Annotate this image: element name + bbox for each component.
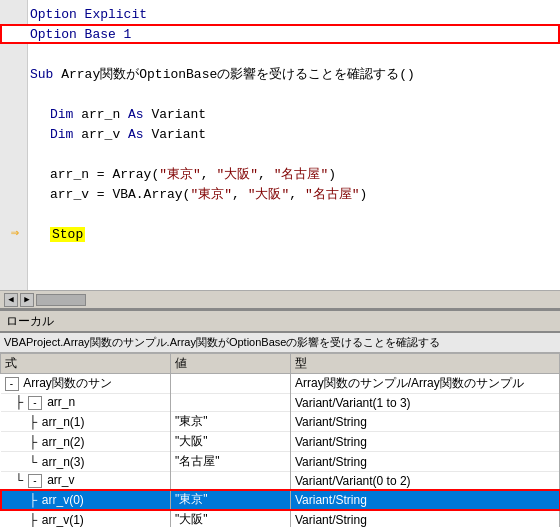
code-line-dim-n: Dim arr_n As Variant (0, 104, 560, 124)
editor-scrollbar[interactable]: ◀ ▶ (0, 290, 560, 308)
sub-keyword: Sub (30, 67, 61, 82)
code-line-stop: ⇒ Stop (0, 224, 560, 244)
col-header-name: 式 (1, 354, 171, 374)
code-line-empty2 (0, 84, 560, 104)
scroll-thumb[interactable] (36, 294, 86, 306)
code-line-arr-n-assign: arr_n = Array("東京", "大阪", "名古屋") (0, 164, 560, 184)
row-type-5: Variant/Variant(0 to 2) (291, 472, 560, 490)
row-label-1: arr_n (47, 395, 75, 409)
row-type-0: Array関数のサンプル/Array関数のサンプル (291, 374, 560, 394)
dim-keyword-n: Dim (50, 107, 81, 122)
tree-line-2: ├ (29, 415, 39, 429)
code-line-empty (0, 44, 560, 64)
row-value-2: "東京" (171, 412, 291, 432)
code-line-arr-v-assign: arr_v = VBA.Array("東京", "大阪", "名古屋") (0, 184, 560, 204)
row-label-2: arr_n(1) (42, 415, 85, 429)
code-text: Option Explicit (30, 7, 147, 22)
row-value-3: "大阪" (171, 432, 291, 452)
row-type-2: Variant/String (291, 412, 560, 432)
row-value-4: "名古屋" (171, 452, 291, 472)
row-value-7: "大阪" (171, 510, 291, 528)
row-name: └ arr_n(3) (1, 452, 171, 472)
row-name: - Array関数のサン (1, 374, 171, 394)
table-row[interactable]: ├ arr_v(1) "大阪" Variant/String (1, 510, 560, 528)
row-label-7: arr_v(1) (42, 513, 84, 527)
tree-line-5: └ (15, 473, 25, 487)
row-value-6: "東京" (171, 490, 291, 510)
stop-keyword: Stop (50, 227, 85, 242)
locals-label-text: ローカル (6, 313, 54, 330)
row-name: ├ arr_n(2) (1, 432, 171, 452)
arr-n-assign: arr_n = Array("東京", "大阪", "名古屋") (50, 165, 336, 183)
row-type-1: Variant/Variant(1 to 3) (291, 394, 560, 412)
locals-header: VBAProject.Array関数のサンプル.Array関数がOptionBa… (0, 333, 560, 353)
table-row[interactable]: ├ arr_n(1) "東京" Variant/String (1, 412, 560, 432)
editor-area: Option Explicit Option Base 1 Sub Array関… (0, 0, 560, 310)
col-header-value: 値 (171, 354, 291, 374)
row-value-1 (171, 394, 291, 412)
table-row[interactable]: ├ arr_n(2) "大阪" Variant/String (1, 432, 560, 452)
code-line-option-base: Option Base 1 (0, 24, 560, 44)
code-line-empty4 (0, 204, 560, 224)
row-name: ├ arr_n(1) (1, 412, 171, 432)
expand-icon-1[interactable]: - (28, 396, 42, 410)
table-row[interactable]: - Array関数のサン Array関数のサンプル/Array関数のサンプル (1, 374, 560, 394)
scroll-right-arrow[interactable]: ▶ (20, 293, 34, 307)
row-label-6: arr_v(0) (42, 493, 84, 507)
arr-n-decl: arr_n (81, 107, 128, 122)
expand-icon-0[interactable]: - (5, 377, 19, 391)
variant-v: Variant (151, 127, 206, 142)
arr-v-decl: arr_v (81, 127, 128, 142)
tree-line-6: ├ (29, 493, 39, 507)
arr-v-assign: arr_v = VBA.Array("東京", "大阪", "名古屋") (50, 185, 367, 203)
row-label-3: arr_n(2) (42, 435, 85, 449)
option-base-text: Option Base 1 (30, 27, 131, 42)
locals-label: ローカル (0, 310, 560, 332)
row-label-0: Array関数のサン (23, 376, 112, 390)
arrow-icon: ⇒ (11, 224, 19, 241)
code-line-empty3 (0, 144, 560, 164)
variant-n: Variant (151, 107, 206, 122)
col-header-type: 型 (291, 354, 560, 374)
code-line-dim-v: Dim arr_v As Variant (0, 124, 560, 144)
row-label-4: arr_n(3) (42, 455, 85, 469)
row-type-7: Variant/String (291, 510, 560, 528)
code-line-sub: Sub Array関数がOptionBaseの影響を受けることを確認する() (0, 64, 560, 84)
tree-line-7: ├ (29, 513, 39, 527)
code-line-1: Option Explicit (0, 4, 560, 24)
row-type-4: Variant/String (291, 452, 560, 472)
row-type-3: Variant/String (291, 432, 560, 452)
as-keyword: As (128, 107, 151, 122)
locals-table-container[interactable]: 式 値 型 - Array関数のサン Array関数のサンプル/Array関数の… (0, 353, 560, 527)
dim-keyword-v: Dim (50, 127, 81, 142)
tree-line-1: ├ (15, 395, 25, 409)
expand-icon-5[interactable]: - (28, 474, 42, 488)
row-name: └ - arr_v (1, 472, 171, 490)
row-value-0 (171, 374, 291, 394)
row-type-6: Variant/String (291, 490, 560, 510)
table-row-selected[interactable]: ├ arr_v(0) "東京" Variant/String (1, 490, 560, 510)
scroll-left-arrow[interactable]: ◀ (4, 293, 18, 307)
table-row[interactable]: ├ - arr_n Variant/Variant(1 to 3) (1, 394, 560, 412)
locals-table: 式 値 型 - Array関数のサン Array関数のサンプル/Array関数の… (0, 353, 560, 527)
tree-line-4: └ (29, 455, 39, 469)
as-keyword-v: As (128, 127, 151, 142)
table-row[interactable]: └ arr_n(3) "名古屋" Variant/String (1, 452, 560, 472)
locals-panel: VBAProject.Array関数のサンプル.Array関数がOptionBa… (0, 332, 560, 530)
tree-line-3: ├ (29, 435, 39, 449)
row-name: ├ - arr_n (1, 394, 171, 412)
code-lines: Option Explicit Option Base 1 Sub Array関… (0, 0, 560, 248)
sub-name: Array関数がOptionBaseの影響を受けることを確認する() (61, 65, 415, 83)
table-row[interactable]: └ - arr_v Variant/Variant(0 to 2) (1, 472, 560, 490)
row-name: ├ arr_v(0) (1, 490, 171, 510)
row-name: ├ arr_v(1) (1, 510, 171, 528)
row-value-5 (171, 472, 291, 490)
row-label-5: arr_v (47, 473, 74, 487)
